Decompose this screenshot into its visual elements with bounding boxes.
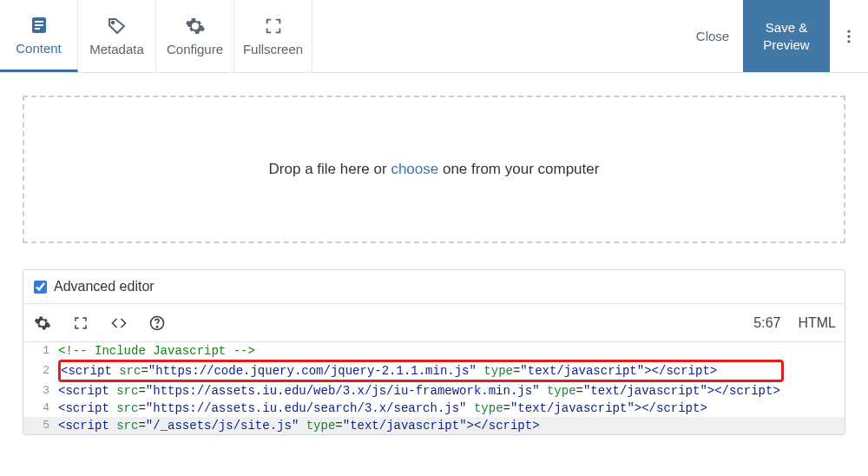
editor-fullscreen-button[interactable] — [70, 313, 91, 334]
code-line-5: 5 <script src="/_assets/js/site.js" type… — [23, 417, 845, 434]
editor-code-button[interactable] — [108, 313, 129, 334]
save-preview-label: Save & Preview — [743, 19, 830, 53]
code-line-3: 3 <script src="https://assets.iu.edu/web… — [23, 382, 845, 400]
svg-point-4 — [111, 22, 114, 24]
editor-help-button[interactable] — [147, 313, 168, 334]
line-content: <!-- Include Javascript --> — [58, 342, 845, 360]
svg-rect-3 — [35, 28, 40, 30]
line-number: 2 — [23, 362, 58, 380]
help-icon — [148, 314, 166, 332]
dropzone-text-before: Drop a file here or — [269, 161, 391, 177]
line-number: 5 — [23, 417, 58, 434]
gear-icon — [185, 16, 206, 36]
code-icon — [110, 314, 128, 332]
code-editor[interactable]: 1 <!-- Include Javascript --> 2 <script … — [23, 342, 845, 434]
advanced-editor-checkbox[interactable] — [34, 281, 47, 294]
dropzone-text-after: one from your computer — [438, 161, 599, 177]
more-menu-button[interactable] — [830, 0, 868, 72]
line-content: <script src="https://assets.iu.edu/searc… — [58, 400, 845, 417]
svg-point-7 — [847, 40, 850, 43]
code-line-1: 1 <!-- Include Javascript --> — [23, 342, 845, 360]
line-number: 1 — [23, 342, 58, 360]
page-body: Drop a file here or choose one from your… — [0, 73, 868, 458]
editor-mode-label[interactable]: HTML — [798, 315, 836, 331]
tab-content[interactable]: Content — [0, 0, 78, 72]
fullscreen-icon — [263, 16, 284, 36]
close-button[interactable]: Close — [682, 0, 743, 72]
tab-fullscreen-label: Fullscreen — [243, 42, 303, 56]
code-line-4: 4 <script src="https://assets.iu.edu/sea… — [23, 400, 845, 417]
toolbar-spacer — [312, 0, 682, 72]
editor-settings-button[interactable] — [32, 313, 53, 334]
tab-metadata[interactable]: Metadata — [78, 0, 156, 72]
line-number: 3 — [23, 382, 58, 400]
editor-header: Advanced editor — [23, 270, 845, 304]
tab-configure-label: Configure — [167, 42, 223, 56]
tab-content-label: Content — [16, 41, 62, 56]
svg-rect-2 — [35, 24, 43, 26]
content-icon — [29, 15, 49, 36]
file-dropzone[interactable]: Drop a file here or choose one from your… — [23, 96, 845, 243]
more-icon — [840, 28, 858, 45]
advanced-editor-label: Advanced editor — [54, 279, 155, 294]
svg-point-5 — [847, 30, 850, 32]
line-content-highlighted: <script src="https://code.jquery.com/jqu… — [58, 360, 784, 382]
line-content: <script src="/_assets/js/site.js" type="… — [58, 417, 845, 434]
editor-status: 5:67 HTML — [753, 315, 836, 331]
cursor-position: 5:67 — [753, 315, 780, 331]
line-content: <script src="https://assets.iu.edu/web/3… — [58, 382, 845, 400]
advanced-editor-panel: Advanced editor — [23, 269, 845, 435]
top-toolbar: Content Metadata Configure Fullscreen Cl… — [0, 0, 868, 73]
tab-configure[interactable]: Configure — [156, 0, 234, 72]
code-line-2: 2 <script src="https://code.jquery.com/j… — [23, 360, 845, 382]
svg-point-6 — [847, 35, 850, 37]
tab-fullscreen[interactable]: Fullscreen — [234, 0, 312, 72]
close-button-label: Close — [696, 29, 729, 43]
line-number: 4 — [23, 400, 58, 417]
svg-rect-1 — [35, 21, 43, 23]
dropzone-text: Drop a file here or choose one from your… — [269, 161, 600, 178]
editor-toolbar: 5:67 HTML — [23, 304, 845, 342]
tab-metadata-label: Metadata — [89, 42, 144, 56]
fullscreen-icon — [73, 315, 89, 331]
gear-icon — [34, 314, 51, 332]
choose-file-link[interactable]: choose — [391, 161, 438, 177]
tag-icon — [107, 16, 128, 36]
svg-point-9 — [156, 326, 157, 327]
save-preview-button[interactable]: Save & Preview — [743, 0, 830, 72]
